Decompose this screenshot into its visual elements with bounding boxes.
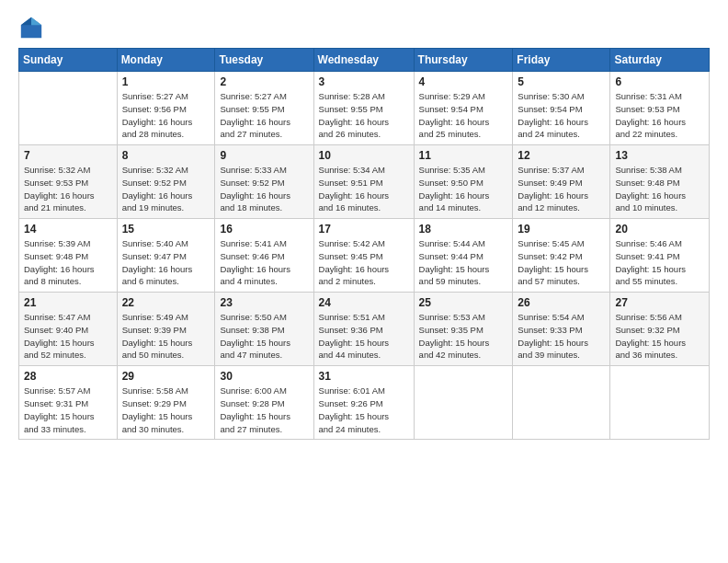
day-number: 10 [319, 149, 409, 162]
day-number: 17 [319, 223, 409, 236]
calendar-cell: 29Sunrise: 5:58 AMSunset: 9:29 PMDayligh… [117, 366, 215, 440]
week-row-1: 1Sunrise: 5:27 AMSunset: 9:56 PMDaylight… [19, 72, 710, 145]
week-row-3: 14Sunrise: 5:39 AMSunset: 9:48 PMDayligh… [19, 219, 710, 293]
day-number: 9 [220, 149, 308, 162]
calendar-cell: 22Sunrise: 5:49 AMSunset: 9:39 PMDayligh… [117, 293, 215, 366]
page: SundayMondayTuesdayWednesdayThursdayFrid… [0, 0, 728, 563]
day-number: 15 [122, 223, 210, 236]
day-info: Sunrise: 5:57 AMSunset: 9:31 PMDaylight:… [24, 385, 112, 435]
day-number: 13 [615, 149, 704, 162]
day-info: Sunrise: 5:51 AMSunset: 9:36 PMDaylight:… [319, 311, 409, 362]
day-info: Sunrise: 5:54 AMSunset: 9:33 PMDaylight:… [518, 311, 605, 362]
calendar-cell: 4Sunrise: 5:29 AMSunset: 9:54 PMDaylight… [414, 72, 513, 145]
weekday-header-wednesday: Wednesday [313, 49, 414, 72]
day-info: Sunrise: 5:34 AMSunset: 9:51 PMDaylight:… [319, 164, 409, 214]
day-number: 22 [122, 296, 210, 309]
calendar-cell [414, 366, 513, 440]
calendar-cell: 24Sunrise: 5:51 AMSunset: 9:36 PMDayligh… [313, 293, 414, 366]
weekday-header-thursday: Thursday [414, 49, 513, 72]
day-info: Sunrise: 5:42 AMSunset: 9:45 PMDaylight:… [319, 237, 409, 288]
day-number: 30 [220, 370, 308, 383]
day-info: Sunrise: 5:30 AMSunset: 9:54 PMDaylight:… [518, 90, 605, 141]
week-row-5: 28Sunrise: 5:57 AMSunset: 9:31 PMDayligh… [19, 366, 710, 440]
calendar-cell: 20Sunrise: 5:46 AMSunset: 9:41 PMDayligh… [610, 219, 710, 293]
calendar-cell: 12Sunrise: 5:37 AMSunset: 9:49 PMDayligh… [513, 145, 610, 219]
calendar-cell: 6Sunrise: 5:31 AMSunset: 9:53 PMDaylight… [610, 72, 710, 145]
day-number: 4 [419, 75, 508, 88]
day-number: 2 [220, 75, 308, 88]
day-number: 5 [518, 75, 605, 88]
calendar-cell: 3Sunrise: 5:28 AMSunset: 9:55 PMDaylight… [313, 72, 414, 145]
calendar-cell: 18Sunrise: 5:44 AMSunset: 9:44 PMDayligh… [414, 219, 513, 293]
calendar-cell: 16Sunrise: 5:41 AMSunset: 9:46 PMDayligh… [215, 219, 313, 293]
day-number: 7 [24, 149, 112, 162]
day-info: Sunrise: 5:47 AMSunset: 9:40 PMDaylight:… [24, 311, 112, 362]
weekday-header-sunday: Sunday [19, 49, 118, 72]
day-number: 11 [419, 149, 508, 162]
calendar-cell: 1Sunrise: 5:27 AMSunset: 9:56 PMDaylight… [117, 72, 215, 145]
day-info: Sunrise: 5:40 AMSunset: 9:47 PMDaylight:… [122, 237, 210, 288]
calendar-cell: 9Sunrise: 5:33 AMSunset: 9:52 PMDaylight… [215, 145, 313, 219]
day-info: Sunrise: 5:29 AMSunset: 9:54 PMDaylight:… [419, 90, 508, 141]
svg-marker-1 [31, 17, 41, 25]
day-number: 29 [122, 370, 210, 383]
calendar-header: SundayMondayTuesdayWednesdayThursdayFrid… [19, 49, 710, 72]
logo [18, 15, 46, 40]
day-info: Sunrise: 5:49 AMSunset: 9:39 PMDaylight:… [122, 311, 210, 362]
weekday-header-tuesday: Tuesday [215, 49, 313, 72]
day-number: 19 [518, 223, 605, 236]
calendar-cell: 14Sunrise: 5:39 AMSunset: 9:48 PMDayligh… [19, 219, 118, 293]
day-number: 14 [24, 223, 112, 236]
calendar-cell: 8Sunrise: 5:32 AMSunset: 9:52 PMDaylight… [117, 145, 215, 219]
calendar-cell: 2Sunrise: 5:27 AMSunset: 9:55 PMDaylight… [215, 72, 313, 145]
day-info: Sunrise: 5:46 AMSunset: 9:41 PMDaylight:… [615, 237, 704, 288]
day-info: Sunrise: 6:01 AMSunset: 9:26 PMDaylight:… [319, 385, 409, 435]
calendar-cell: 25Sunrise: 5:53 AMSunset: 9:35 PMDayligh… [414, 293, 513, 366]
day-info: Sunrise: 5:39 AMSunset: 9:48 PMDaylight:… [24, 237, 112, 288]
svg-marker-2 [21, 17, 31, 25]
day-info: Sunrise: 5:58 AMSunset: 9:29 PMDaylight:… [122, 385, 210, 435]
day-info: Sunrise: 5:38 AMSunset: 9:48 PMDaylight:… [615, 164, 704, 214]
day-number: 27 [615, 296, 704, 309]
day-info: Sunrise: 5:45 AMSunset: 9:42 PMDaylight:… [518, 237, 605, 288]
calendar-cell: 31Sunrise: 6:01 AMSunset: 9:26 PMDayligh… [313, 366, 414, 440]
calendar-cell: 21Sunrise: 5:47 AMSunset: 9:40 PMDayligh… [19, 293, 118, 366]
day-info: Sunrise: 5:31 AMSunset: 9:53 PMDaylight:… [615, 90, 704, 141]
calendar-cell: 13Sunrise: 5:38 AMSunset: 9:48 PMDayligh… [610, 145, 710, 219]
calendar-cell: 5Sunrise: 5:30 AMSunset: 9:54 PMDaylight… [513, 72, 610, 145]
day-number: 26 [518, 296, 605, 309]
weekday-row: SundayMondayTuesdayWednesdayThursdayFrid… [19, 49, 710, 72]
calendar-cell: 30Sunrise: 6:00 AMSunset: 9:28 PMDayligh… [215, 366, 313, 440]
logo-icon [18, 15, 44, 40]
calendar-body: 1Sunrise: 5:27 AMSunset: 9:56 PMDaylight… [19, 72, 710, 440]
day-number: 28 [24, 370, 112, 383]
week-row-4: 21Sunrise: 5:47 AMSunset: 9:40 PMDayligh… [19, 293, 710, 366]
day-info: Sunrise: 5:50 AMSunset: 9:38 PMDaylight:… [220, 311, 308, 362]
calendar-cell: 11Sunrise: 5:35 AMSunset: 9:50 PMDayligh… [414, 145, 513, 219]
calendar-cell: 28Sunrise: 5:57 AMSunset: 9:31 PMDayligh… [19, 366, 118, 440]
day-info: Sunrise: 5:32 AMSunset: 9:53 PMDaylight:… [24, 164, 112, 214]
calendar-cell: 10Sunrise: 5:34 AMSunset: 9:51 PMDayligh… [313, 145, 414, 219]
day-info: Sunrise: 5:44 AMSunset: 9:44 PMDaylight:… [419, 237, 508, 288]
calendar-cell [19, 72, 118, 145]
calendar-cell: 17Sunrise: 5:42 AMSunset: 9:45 PMDayligh… [313, 219, 414, 293]
day-info: Sunrise: 5:37 AMSunset: 9:49 PMDaylight:… [518, 164, 605, 214]
calendar-cell [513, 366, 610, 440]
day-info: Sunrise: 5:32 AMSunset: 9:52 PMDaylight:… [122, 164, 210, 214]
day-info: Sunrise: 5:27 AMSunset: 9:56 PMDaylight:… [122, 90, 210, 141]
day-info: Sunrise: 5:35 AMSunset: 9:50 PMDaylight:… [419, 164, 508, 214]
calendar-cell: 26Sunrise: 5:54 AMSunset: 9:33 PMDayligh… [513, 293, 610, 366]
day-info: Sunrise: 5:41 AMSunset: 9:46 PMDaylight:… [220, 237, 308, 288]
week-row-2: 7Sunrise: 5:32 AMSunset: 9:53 PMDaylight… [19, 145, 710, 219]
calendar-table: SundayMondayTuesdayWednesdayThursdayFrid… [18, 48, 710, 440]
calendar-cell: 7Sunrise: 5:32 AMSunset: 9:53 PMDaylight… [19, 145, 118, 219]
calendar-cell: 27Sunrise: 5:56 AMSunset: 9:32 PMDayligh… [610, 293, 710, 366]
day-number: 23 [220, 296, 308, 309]
day-info: Sunrise: 5:53 AMSunset: 9:35 PMDaylight:… [419, 311, 508, 362]
day-number: 20 [615, 223, 704, 236]
day-number: 12 [518, 149, 605, 162]
day-number: 24 [319, 296, 409, 309]
calendar-cell: 19Sunrise: 5:45 AMSunset: 9:42 PMDayligh… [513, 219, 610, 293]
weekday-header-saturday: Saturday [610, 49, 710, 72]
calendar-cell: 23Sunrise: 5:50 AMSunset: 9:38 PMDayligh… [215, 293, 313, 366]
